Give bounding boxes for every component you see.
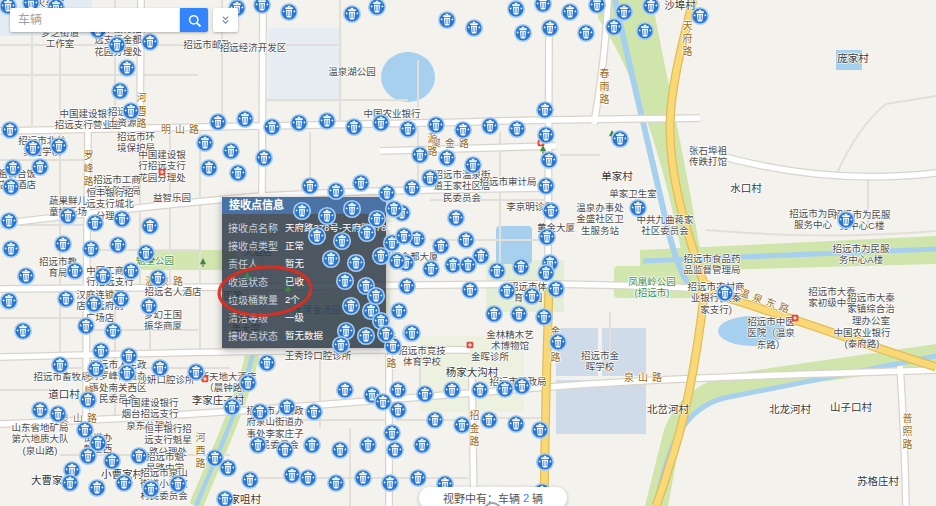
search-button[interactable] (180, 8, 208, 32)
road-label: 明山路 (161, 124, 203, 136)
status-prefix: 视野中有：车辆 (443, 490, 520, 506)
map-label: 招远市北关 实验学校 (18, 135, 66, 158)
map-label: 大曹家村 (31, 474, 73, 487)
road-label: 温泉路 (145, 276, 187, 288)
map-label: 山东省地矿局 第六地质大队 (泉山路) (11, 422, 68, 456)
road-label: 泉山路 (59, 413, 101, 425)
map-label: 中国工商银 行招远支行 (86, 265, 134, 288)
collapse-button[interactable] (213, 8, 238, 32)
field-row-bin-count: 垃圾桶数量 2个 (228, 290, 386, 308)
road-label: 河西路 (193, 433, 205, 472)
map-label: 招远经济开发区 (220, 42, 287, 53)
search-input[interactable] (10, 8, 180, 32)
map-label: 张石埠祖 传跌打馆 (689, 145, 727, 168)
map-label: 温泉湖公园 (328, 66, 376, 77)
map-label: 恒丰银行招 远支行城北 分理处 (86, 187, 134, 221)
search-bar (10, 8, 238, 32)
field-row-name: 接收点名称 天府路378号-天府路378号 (228, 218, 386, 236)
map-label: 中共九曲蒋家 社区委员会 (636, 214, 693, 237)
map-label: 金林精木艺 术博物馆 (486, 329, 534, 352)
map-label: 中国农业银行 (泰府路) (833, 327, 890, 350)
map-label: 沙妍口腔诊所 (137, 374, 194, 385)
map-label: 招远名人酒店 (144, 286, 201, 297)
road-label: 泉山路 (624, 372, 666, 384)
road-label: 温泉东路 (738, 287, 795, 317)
map-label: 杨家大沟村 (446, 366, 499, 379)
map-label: 招远市为民服 务中心A楼 (832, 243, 889, 266)
map-label: 招远市审计局 (479, 176, 536, 187)
map-label: 招远市人民政 府泉山街道办 事处李家庄子 居民委员会 (246, 405, 303, 451)
field-row-point-status: 接收点状态 暂无数据 (228, 326, 386, 344)
map-label: 招远市体 育公园 (509, 281, 547, 304)
receive-point-info-panel: 接收点信息 接收点名称 天府路378号-天府路378号 接收点类型 正常 责任人… (222, 197, 386, 348)
map-label: 招远市为民服 务中心C楼 (833, 209, 890, 232)
road-label: 金源路 (425, 121, 437, 160)
map-label: 李京明诊所 (506, 201, 554, 212)
field-row-clean-level: 清洁等级 一级 (228, 308, 386, 326)
field-row-owner: 责任人 暂无 (228, 254, 386, 272)
map-label: 招远市教 育局 (39, 256, 77, 279)
map-label: 魁星公园 (136, 255, 174, 266)
map-application: { "search": { "placeholder": "车辆" }, "in… (0, 0, 936, 506)
map-label: 吴家咀村 (219, 493, 261, 506)
map-label: 王秀玲口腔诊所 (285, 350, 352, 361)
panel-body: 接收点名称 天府路378号-天府路378号 接收点类型 正常 责任人 暂无 收运… (222, 214, 386, 348)
map-label: 街道办 魁星西 (84, 432, 113, 455)
map-label: 北岔河村 (647, 403, 689, 416)
map-label: 李家庄子村 (192, 394, 245, 407)
road-label: 普照路 (900, 414, 912, 453)
road-label: 金晖路 (548, 327, 560, 366)
map-label: 招远市为民 服务中心 (789, 208, 837, 231)
chevron-double-down-icon (219, 13, 232, 28)
map-label: 道口村 (48, 388, 80, 401)
search-icon (187, 13, 202, 28)
map-label: 凤凰岭公园 (招远市) (628, 276, 676, 299)
map-label: 小曹家村 (101, 468, 143, 481)
map-label: 单家卫生室 (609, 188, 657, 199)
map-label: 招远金都大厦 (381, 251, 438, 262)
map-labels-layer: 火车站梦芝街道 工作室恒丰银行招 远支行金都 花园分理处招远市邮政招远经济开发区… (0, 0, 936, 506)
map-label: 梦幻王国 振华商厦 (144, 309, 182, 332)
map-label: 中国建设银 行招远支行 花园分理处 (138, 149, 186, 183)
map-label: 招远市农村商 业银行(大秦 家支行) (687, 281, 744, 315)
road-label: 春雨路 (597, 69, 609, 108)
map-label: 招远市金 晖学校 (581, 350, 619, 373)
road-label: 罗峰路 (81, 151, 93, 190)
map-label: 温泉办事处 金盛社区卫 生服务站 (576, 202, 624, 236)
road-label: 河西路 (134, 93, 146, 132)
map-label: 招远市中医 医院（温泉 东路） (747, 316, 795, 350)
status-suffix: 辆 (532, 490, 543, 506)
road-label: 招金路 (467, 411, 479, 450)
field-row-collect-status: 收运状态 已收 (228, 272, 386, 290)
map-label: 汉庭连锁酒 店招远府前 广场店 (76, 289, 124, 323)
map-label: 招远市泉山 街道小曹家 村民委员会 (140, 467, 188, 501)
map-label: 北龙河村 (769, 403, 811, 416)
map-label: 招远市竞技 体育学校 (398, 345, 446, 368)
map-label: 中国农业银行 (363, 108, 420, 119)
road-label: 罗峰路 (82, 373, 94, 412)
map-label: 苏格庄村 (857, 475, 899, 488)
panel-title: 接收点信息 (222, 197, 386, 214)
map-label: 益智乐园 (153, 192, 191, 203)
field-row-type: 接收点类型 正常 (228, 236, 386, 254)
road-label: 天府路 (680, 21, 692, 60)
map-label: 新天地大酒店 （晨钟路） (199, 371, 256, 394)
road-label: 聚金路 (431, 138, 473, 150)
map-label: 黄金大厦 (537, 222, 575, 233)
map-label: 金晖诊所 (471, 351, 509, 362)
map-label: 单家村 (601, 170, 633, 183)
map-label: 庞家村 (837, 52, 869, 65)
vehicle-count: 2 (523, 492, 529, 504)
map-label: 山子口村 (830, 401, 872, 414)
map-label: 祖公台饭 店大酒店 (0, 168, 36, 191)
map-label: 水口村 (730, 182, 762, 195)
map-label: 招远市大秦 家镇综合治 理办公室 (847, 292, 895, 326)
map-label: 招远市食品药 品监督管理局 (683, 253, 740, 276)
map-label: 蔬果鲜儿 童娱乐场 (49, 195, 87, 218)
map-label: 沙埠村 (664, 0, 696, 11)
